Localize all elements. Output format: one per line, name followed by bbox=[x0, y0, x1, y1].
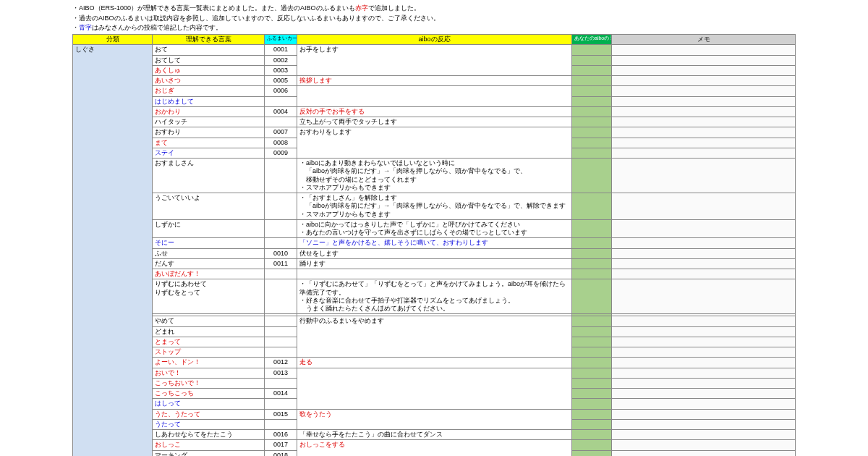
check-cell[interactable] bbox=[572, 378, 612, 388]
memo-cell[interactable] bbox=[612, 219, 796, 238]
memo-cell[interactable] bbox=[612, 258, 796, 269]
memo-cell[interactable] bbox=[612, 316, 796, 326]
check-cell[interactable] bbox=[572, 106, 612, 117]
card-cell bbox=[265, 269, 297, 279]
memo-cell[interactable] bbox=[612, 347, 796, 358]
reaction-cell bbox=[297, 138, 572, 148]
check-cell[interactable] bbox=[572, 193, 612, 220]
memo-cell[interactable] bbox=[612, 430, 796, 440]
memo-cell[interactable] bbox=[612, 65, 796, 75]
memo-cell[interactable] bbox=[612, 148, 796, 158]
card-cell bbox=[265, 96, 297, 106]
header-check: あなたのaiboの 理解度チェック bbox=[572, 35, 612, 45]
check-cell[interactable] bbox=[572, 279, 612, 314]
card-cell: 0002 bbox=[265, 55, 297, 65]
check-cell[interactable] bbox=[572, 127, 612, 138]
header-row: 分類 理解できる言葉 ふるまいカード No aiboの反応 あなたのaiboの … bbox=[73, 35, 796, 45]
check-cell[interactable] bbox=[572, 269, 612, 279]
word-cell: はじめまして bbox=[153, 96, 265, 106]
check-cell[interactable] bbox=[572, 86, 612, 96]
memo-cell[interactable] bbox=[612, 138, 796, 148]
check-cell[interactable] bbox=[572, 138, 612, 148]
reaction-cell: ・aiboにあまり動きまわらないでほしいなという時に 「aiboが肉球を前にだす… bbox=[297, 159, 572, 193]
card-cell bbox=[265, 279, 297, 314]
memo-cell[interactable] bbox=[612, 399, 796, 409]
memo-cell[interactable] bbox=[612, 337, 796, 347]
reaction-cell: 挨拶します bbox=[297, 76, 572, 86]
check-cell[interactable] bbox=[572, 326, 612, 337]
memo-cell[interactable] bbox=[612, 378, 796, 388]
memo-cell[interactable] bbox=[612, 127, 796, 138]
check-cell[interactable] bbox=[572, 430, 612, 440]
memo-cell[interactable] bbox=[612, 358, 796, 368]
check-cell[interactable] bbox=[572, 148, 612, 158]
memo-cell[interactable] bbox=[612, 193, 796, 220]
table-row: こっちこっち0014 bbox=[73, 389, 796, 399]
card-cell: 0010 bbox=[265, 248, 297, 258]
card-cell bbox=[265, 399, 297, 409]
table-row: おすましさん・aiboにあまり動きまわらないでほしいなという時に 「aiboが肉… bbox=[73, 159, 796, 193]
check-cell[interactable] bbox=[572, 45, 612, 55]
check-cell[interactable] bbox=[572, 238, 612, 248]
card-cell: 0016 bbox=[265, 430, 297, 440]
table-row: はじめまして bbox=[73, 96, 796, 106]
word-cell: おてして bbox=[153, 55, 265, 65]
memo-cell[interactable] bbox=[612, 86, 796, 96]
reaction-cell bbox=[297, 96, 572, 106]
memo-cell[interactable] bbox=[612, 269, 796, 279]
check-cell[interactable] bbox=[572, 337, 612, 347]
word-cell: うたって bbox=[153, 419, 265, 429]
reaction-cell: おすわりをします bbox=[297, 127, 572, 138]
memo-cell[interactable] bbox=[612, 238, 796, 248]
memo-cell[interactable] bbox=[612, 389, 796, 399]
check-cell[interactable] bbox=[572, 440, 612, 450]
check-cell[interactable] bbox=[572, 219, 612, 238]
reaction-cell: 走る bbox=[297, 358, 572, 368]
table-row: やめて行動中のふるまいをやめます bbox=[73, 316, 796, 326]
memo-cell[interactable] bbox=[612, 279, 796, 314]
check-cell[interactable] bbox=[572, 248, 612, 258]
memo-cell[interactable] bbox=[612, 96, 796, 106]
note-line-1: ・AIBO（ERS-1000）が理解できる言葉一覧表にまとめました。また、過去の… bbox=[72, 4, 796, 13]
check-cell[interactable] bbox=[572, 316, 612, 326]
check-cell[interactable] bbox=[572, 389, 612, 399]
check-cell[interactable] bbox=[572, 65, 612, 75]
memo-cell[interactable] bbox=[612, 368, 796, 378]
memo-cell[interactable] bbox=[612, 45, 796, 55]
check-cell[interactable] bbox=[572, 358, 612, 368]
reaction-cell bbox=[297, 450, 572, 456]
memo-cell[interactable] bbox=[612, 106, 796, 117]
memo-cell[interactable] bbox=[612, 419, 796, 429]
reaction-cell bbox=[297, 148, 572, 158]
check-cell[interactable] bbox=[572, 258, 612, 269]
card-cell: 0018 bbox=[265, 450, 297, 456]
memo-cell[interactable] bbox=[612, 117, 796, 127]
check-cell[interactable] bbox=[572, 419, 612, 429]
memo-cell[interactable] bbox=[612, 55, 796, 65]
memo-cell[interactable] bbox=[612, 159, 796, 193]
memo-cell[interactable] bbox=[612, 76, 796, 86]
card-cell bbox=[265, 117, 297, 127]
word-cell: しずかに bbox=[153, 219, 265, 238]
check-cell[interactable] bbox=[572, 409, 612, 419]
check-cell[interactable] bbox=[572, 96, 612, 106]
memo-cell[interactable] bbox=[612, 450, 796, 456]
memo-cell[interactable] bbox=[612, 440, 796, 450]
reaction-cell bbox=[297, 389, 572, 399]
check-cell[interactable] bbox=[572, 76, 612, 86]
check-cell[interactable] bbox=[572, 55, 612, 65]
memo-cell[interactable] bbox=[612, 409, 796, 419]
check-cell[interactable] bbox=[572, 399, 612, 409]
header-memo: メモ bbox=[612, 35, 796, 45]
check-cell[interactable] bbox=[572, 450, 612, 456]
memo-cell[interactable] bbox=[612, 326, 796, 337]
check-cell[interactable] bbox=[572, 368, 612, 378]
note-line-3: ・青字はみなさんからの投稿で追記した内容です。 bbox=[72, 24, 796, 33]
category-cell: しぐさ bbox=[73, 45, 153, 456]
word-cell: あいぼだんす！ bbox=[153, 269, 265, 279]
check-cell[interactable] bbox=[572, 159, 612, 193]
check-cell[interactable] bbox=[572, 117, 612, 127]
table-row: そにー「ソニー」と声をかけると、嬉しそうに鳴いて、おすわりします bbox=[73, 238, 796, 248]
check-cell[interactable] bbox=[572, 347, 612, 358]
memo-cell[interactable] bbox=[612, 248, 796, 258]
